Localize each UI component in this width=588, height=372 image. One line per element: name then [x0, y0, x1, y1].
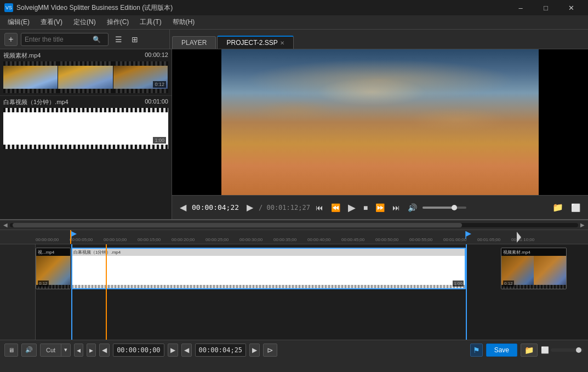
- media-item-1-name: 视频素材.mp4: [3, 51, 41, 60]
- clip-1-badge: 0:12: [38, 281, 49, 287]
- list-view-button[interactable]: ☰: [112, 33, 125, 46]
- search-input[interactable]: [25, 36, 90, 43]
- track-label: [0, 244, 36, 340]
- statusbar: 🖥 🔊 Cut ▾ ◂ ▸ ◀ 00:00:00;00 ▶ ◀ 00:00:04…: [0, 340, 588, 359]
- step-forward-button[interactable]: ⏭: [390, 202, 402, 213]
- time-in-display: 00:00:00;00: [113, 344, 164, 357]
- media-item-1-duration: 00:00:12: [145, 51, 168, 60]
- screen-icon: ⬜: [541, 346, 549, 354]
- mark-in-nav-button[interactable]: ◂: [74, 344, 83, 357]
- timeline-ruler: 00:00:00;00 00:00:05;00 00:00:10;00 00:0…: [0, 230, 588, 244]
- flag-marker-2[interactable]: [465, 231, 472, 239]
- tab-project-label: PROJECT-2.SSP: [226, 39, 277, 47]
- scroll-right-icon[interactable]: ▶: [579, 222, 586, 228]
- stop-button[interactable]: ■: [361, 202, 370, 213]
- cut-button[interactable]: Cut: [41, 344, 61, 357]
- audio-button[interactable]: 🔊: [21, 344, 37, 357]
- timeline-section: ◀ ▶ 00:00:00;00 00:00:05;00 00:00:10;00 …: [0, 219, 588, 340]
- clip-3[interactable]: 视频素材.mp4 0:12: [501, 248, 567, 289]
- goto-marker-button[interactable]: ⊳: [263, 344, 277, 357]
- timeline-scroll-track[interactable]: [10, 223, 578, 227]
- track-content[interactable]: 视...mp4 0:12 白幕视频（1分钟）.mp4 1:00 视频素材.mp4: [36, 244, 588, 340]
- tab-project[interactable]: PROJECT-2.SSP ✕: [217, 36, 293, 49]
- tick-2: 00:00:10;00: [104, 237, 127, 242]
- menu-help[interactable]: 帮助(H): [167, 16, 201, 28]
- total-time-display: / 00:01:12;27: [259, 204, 310, 211]
- tick-9: 00:00:45;00: [341, 237, 364, 242]
- add-button[interactable]: +: [4, 33, 18, 46]
- menu-tools[interactable]: 工具(T): [134, 16, 167, 28]
- media-item-1-thumbnail: 0:12: [3, 61, 168, 93]
- clip-1[interactable]: 视...mp4 0:12: [36, 248, 71, 289]
- tick-10: 00:00:50;00: [375, 237, 398, 242]
- flag-marker-1[interactable]: [71, 231, 77, 239]
- media-item-2-badge: 1:00: [153, 137, 166, 144]
- tab-player[interactable]: PLAYER: [172, 36, 216, 49]
- svg-marker-2: [466, 231, 471, 237]
- prev-out-button[interactable]: ◀: [181, 344, 192, 357]
- open-folder-button[interactable]: 📁: [550, 201, 566, 214]
- media-item-2-duration: 00:01:00: [145, 98, 168, 106]
- volume-button[interactable]: 🔊: [406, 202, 419, 213]
- monitor-button[interactable]: 🖥: [4, 344, 18, 357]
- clip-1-header: 视...mp4: [36, 248, 70, 256]
- snapshot-button[interactable]: ⬜: [569, 202, 583, 213]
- clip-3-thumb-2: [534, 256, 566, 289]
- cut-dropdown[interactable]: Cut ▾: [40, 344, 71, 357]
- volume-slider[interactable]: [423, 207, 466, 209]
- svg-marker-0: [71, 231, 77, 237]
- minimize-button[interactable]: –: [508, 0, 533, 15]
- media-item-1[interactable]: 视频素材.mp4 00:00:12 0:12: [0, 49, 172, 96]
- next-in-button[interactable]: ▶: [168, 344, 178, 357]
- export-folder-button[interactable]: 📁: [521, 344, 538, 357]
- clip-3-badge: 0:12: [503, 281, 514, 287]
- playhead-ruler-marker: [70, 230, 71, 244]
- next-frame-button[interactable]: ▶: [244, 201, 255, 214]
- tab-close-icon[interactable]: ✕: [280, 40, 284, 46]
- frame-back-button[interactable]: ⏪: [329, 202, 342, 213]
- media-panel: 视频素材.mp4 00:00:12 0:12: [0, 49, 172, 219]
- step-back-button[interactable]: ⏮: [313, 202, 326, 213]
- close-button[interactable]: ✕: [558, 0, 584, 15]
- cut-dropdown-arrow[interactable]: ▾: [61, 344, 70, 357]
- tick-5: 00:00:25;00: [205, 237, 229, 242]
- timeline-scroll-thumb[interactable]: [13, 223, 462, 227]
- video-display: [172, 49, 588, 195]
- svg-marker-4: [517, 232, 521, 243]
- prev-in-button[interactable]: ◀: [99, 344, 110, 357]
- clip-3-header: 视频素材.mp4: [501, 248, 566, 256]
- screen-slider[interactable]: [551, 348, 584, 352]
- playback-controls: ◀ 00:00:04;22 ▶ / 00:01:12;27 ⏮ ⏪ ▶ ■ ⏩ …: [172, 195, 588, 219]
- tick-12: 00:01:00;00: [443, 237, 466, 242]
- clip-2-badge: 1:00: [453, 281, 464, 287]
- tick-8: 00:00:40;00: [307, 237, 330, 242]
- mark-out-nav-button[interactable]: ▸: [87, 344, 96, 357]
- save-button[interactable]: Save: [486, 344, 517, 357]
- search-icon: 🔍: [93, 36, 101, 43]
- maximize-button[interactable]: □: [533, 0, 558, 15]
- media-item-2[interactable]: 白幕视频（1分钟）.mp4 00:01:00 1:00: [0, 96, 172, 151]
- scroll-left-icon[interactable]: ◀: [2, 222, 9, 228]
- menu-operation[interactable]: 操作(C): [101, 16, 135, 28]
- tick-6: 00:00:30;00: [239, 237, 262, 242]
- grid-view-button[interactable]: ⊞: [128, 33, 141, 46]
- frame-forward-button[interactable]: ⏩: [373, 202, 387, 213]
- menubar: 编辑(E) 查看(V) 定位(N) 操作(C) 工具(T) 帮助(H): [0, 15, 588, 30]
- tick-4: 00:00:20;00: [172, 237, 195, 242]
- main-area: 视频素材.mp4 00:00:12 0:12: [0, 49, 588, 219]
- tick-13: 00:01:05;00: [477, 237, 500, 242]
- menu-position[interactable]: 定位(N): [68, 16, 101, 28]
- timeline-scrollbar[interactable]: ◀ ▶: [0, 220, 588, 230]
- black-bar-right: [539, 49, 588, 195]
- titlebar-controls: – □ ✕: [508, 0, 584, 15]
- menu-edit[interactable]: 编辑(E): [2, 16, 35, 28]
- tick-0: 00:00:00;00: [36, 237, 59, 242]
- next-out-button[interactable]: ▶: [249, 344, 260, 357]
- menu-view[interactable]: 查看(V): [35, 16, 68, 28]
- clip-2[interactable]: 白幕视频（1分钟）.mp4 1:00: [71, 248, 466, 289]
- tick-3: 00:00:15;00: [138, 237, 161, 242]
- screen-slider-thumb[interactable]: [576, 347, 581, 353]
- prev-frame-button[interactable]: ◀: [178, 201, 189, 214]
- play-button[interactable]: ▶: [346, 201, 358, 215]
- cut-marker-2: [466, 244, 467, 340]
